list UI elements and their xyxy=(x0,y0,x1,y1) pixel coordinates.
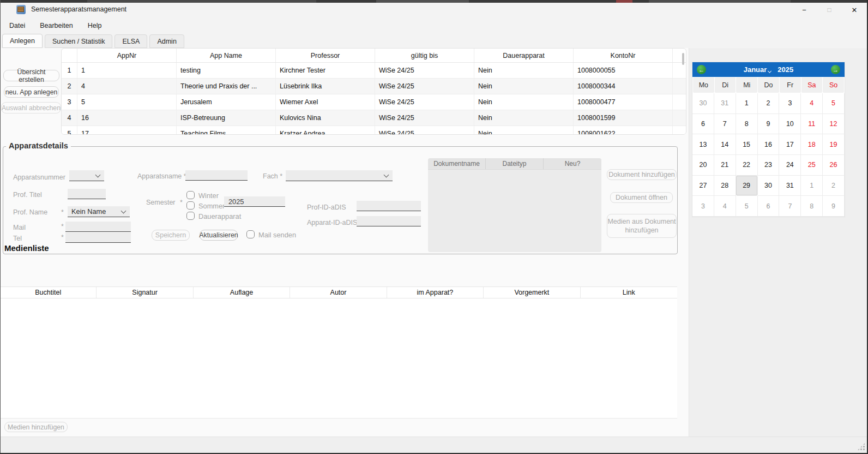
fach-dropdown[interactable] xyxy=(286,170,393,181)
calendar-day[interactable]: 26 xyxy=(823,155,845,176)
calendar-day[interactable]: 11 xyxy=(801,114,823,135)
semester-year-field[interactable]: 2025 xyxy=(224,196,285,207)
menu-item-bearbeiten[interactable]: Bearbeiten xyxy=(39,20,73,31)
menu-item-help[interactable]: Help xyxy=(87,20,103,31)
calendar-day[interactable]: 15 xyxy=(736,134,758,155)
mail-senden-checkbox[interactable] xyxy=(246,230,255,238)
dauerapparat-radio[interactable] xyxy=(186,212,195,220)
column-header-kontonr[interactable]: KontoNr xyxy=(574,49,673,62)
calendar-year[interactable]: 2025 xyxy=(777,65,793,74)
winter-radio[interactable] xyxy=(186,191,195,199)
calendar-day[interactable]: 3 xyxy=(779,93,801,114)
calendar-day[interactable]: 9 xyxy=(758,114,780,135)
table-row[interactable]: 517Teaching FilmsKratzer AndreaWiSe 24/2… xyxy=(62,126,686,135)
column-header-app-name[interactable]: App Name xyxy=(177,49,276,62)
tel-field[interactable] xyxy=(65,232,131,243)
calendar-prev-icon[interactable]: ← xyxy=(697,65,706,74)
calendar-day[interactable]: 1 xyxy=(801,176,823,196)
table-row[interactable]: 11testingKirchner TesterWiSe 24/25Nein10… xyxy=(62,63,686,79)
calendar-day[interactable]: 31 xyxy=(714,93,736,114)
calendar-day[interactable]: 5 xyxy=(736,196,758,217)
column-header-professor[interactable]: Professor xyxy=(276,49,375,62)
aktualisieren-button[interactable]: Aktualisieren xyxy=(200,230,238,241)
calendar-day[interactable]: 24 xyxy=(779,155,801,176)
apparatsnummer-dropdown[interactable] xyxy=(69,170,104,181)
media-column-link[interactable]: Link xyxy=(581,287,677,298)
calendar-day[interactable]: 5 xyxy=(823,93,845,114)
calendar-day[interactable]: 21 xyxy=(714,155,736,176)
apparat-id-adis-field[interactable] xyxy=(357,216,421,226)
calendar-day[interactable]: 4 xyxy=(801,93,823,114)
calendar-day[interactable]: 14 xyxy=(714,134,736,155)
column-header-gueltig-bis[interactable]: gültig bis xyxy=(375,49,474,62)
media-column-auflage[interactable]: Auflage xyxy=(194,287,290,298)
calendar-day[interactable]: 1 xyxy=(736,93,758,114)
mail-field[interactable] xyxy=(65,222,131,232)
speichern-button[interactable]: Speichern xyxy=(152,230,190,241)
calendar-day[interactable]: 9 xyxy=(823,196,845,217)
media-column-signatur[interactable]: Signatur xyxy=(97,287,193,298)
calendar-day[interactable]: 7 xyxy=(779,196,801,217)
calendar-day[interactable]: 6 xyxy=(692,114,714,135)
calendar-day[interactable]: 8 xyxy=(801,196,823,217)
sommer-radio[interactable] xyxy=(186,201,195,210)
doc-column-dokumentname[interactable]: Dokumentname xyxy=(428,158,486,169)
apparatsname-field[interactable] xyxy=(185,170,248,181)
tab-admin[interactable]: Admin xyxy=(149,34,184,48)
resize-grip[interactable] xyxy=(857,443,865,451)
calendar-day[interactable]: 6 xyxy=(758,196,780,217)
calendar-day[interactable]: 25 xyxy=(801,155,823,176)
doc-column-neu[interactable]: Neu? xyxy=(544,158,601,169)
tab-suchen-statistik[interactable]: Suchen / Statistik xyxy=(45,34,113,48)
medien-hinzufuegen-button[interactable]: Medien hinzufügen xyxy=(4,422,68,432)
calendar-day[interactable]: 8 xyxy=(736,114,758,135)
column-header-appnr[interactable]: AppNr xyxy=(77,49,177,62)
minimize-button[interactable]: − xyxy=(792,3,817,17)
calendar-day[interactable]: 10 xyxy=(779,114,801,135)
calendar-day[interactable]: 27 xyxy=(692,176,714,196)
neu-app-anlegen-button[interactable]: neu. App anlegen xyxy=(4,86,59,98)
column-header-dauerapparat[interactable]: Dauerapparat xyxy=(474,49,574,62)
menu-item-datei[interactable]: Datei xyxy=(9,20,26,31)
prof-name-dropdown[interactable]: Kein Name xyxy=(68,206,130,217)
calendar-next-icon[interactable]: → xyxy=(831,65,840,74)
uebersicht-erstellen-button[interactable]: Übersicht erstellen xyxy=(3,70,59,81)
calendar-day[interactable]: 19 xyxy=(823,134,845,155)
calendar-day[interactable]: 20 xyxy=(692,155,714,176)
tab-anlegen[interactable]: Anlegen xyxy=(2,34,43,48)
maximize-button[interactable]: □ xyxy=(817,3,842,17)
calendar-day[interactable]: 18 xyxy=(801,134,823,155)
calendar-day[interactable]: 28 xyxy=(714,176,736,196)
calendar-day[interactable]: 30 xyxy=(758,176,780,196)
calendar-day[interactable]: 17 xyxy=(779,134,801,155)
calendar-day[interactable]: 3 xyxy=(692,196,714,217)
media-column-im-apparat[interactable]: im Apparat? xyxy=(387,287,484,298)
dokument-oeffnen-button[interactable]: Dokument öffnen xyxy=(610,192,673,203)
medien-aus-dokument-button[interactable]: Medien aus Dokument hinzufügen xyxy=(607,214,677,238)
tab-elsa[interactable]: ELSA xyxy=(114,34,147,48)
prof-id-adis-field[interactable] xyxy=(357,201,421,211)
calendar-day[interactable]: 23 xyxy=(758,155,780,176)
dokument-hinzufuegen-button[interactable]: Dokument hinzufügen xyxy=(607,169,677,180)
table-row[interactable]: 24Theorie und Praxis der ...Lüsebrink Il… xyxy=(62,79,686,94)
media-column-vorgemerkt[interactable]: Vorgemerkt xyxy=(484,287,580,298)
calendar-day[interactable]: 7 xyxy=(714,114,736,135)
table-row[interactable]: 35JerusalemWiemer AxelWiSe 24/25Nein1008… xyxy=(62,94,686,110)
calendar-day[interactable]: 22 xyxy=(736,155,758,176)
close-button[interactable]: ✕ xyxy=(842,3,867,17)
auswahl-abbrechen-button[interactable]: Auswahl abbrechen xyxy=(1,102,61,113)
calendar-day[interactable]: 30 xyxy=(692,93,714,114)
calendar-day[interactable]: 12 xyxy=(823,114,845,135)
calendar-day[interactable]: 2 xyxy=(823,176,845,196)
calendar-day[interactable]: 13 xyxy=(692,134,714,155)
calendar-day[interactable]: 16 xyxy=(758,134,780,155)
calendar-title[interactable]: Januar 2025 xyxy=(744,65,794,74)
vertical-scrollbar-thumb[interactable] xyxy=(682,53,684,65)
calendar-day[interactable]: 2 xyxy=(758,93,780,114)
calendar-month[interactable]: Januar xyxy=(744,65,767,74)
calendar-day[interactable]: 29 xyxy=(736,176,758,196)
prof-titel-field[interactable] xyxy=(68,189,106,199)
table-row[interactable]: 416ISP-BetreuungKulovics NinaWiSe 24/25N… xyxy=(62,110,686,126)
media-column-buchtitel[interactable]: Buchtitel xyxy=(0,287,97,298)
calendar-day[interactable]: 31 xyxy=(779,176,801,196)
